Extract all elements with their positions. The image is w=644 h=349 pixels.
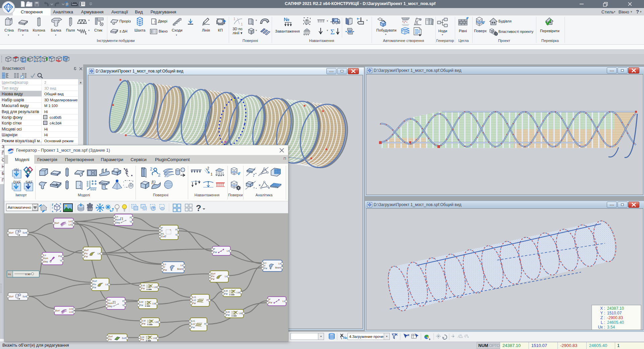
svg-text:Ln: Ln xyxy=(282,300,285,302)
svg-text:obj: obj xyxy=(14,167,19,171)
svg-text:Pin: Pin xyxy=(85,252,88,255)
svg-text:Par: Par xyxy=(142,287,145,290)
svg-text:1: 1 xyxy=(241,22,243,26)
svg-text:2: 2 xyxy=(207,166,209,170)
svg-text:Par: Par xyxy=(211,278,215,280)
svg-text:x: x xyxy=(170,228,171,231)
svg-text:P: P xyxy=(130,216,131,219)
svg-text:Ln: Ln xyxy=(264,262,267,264)
svg-text:Ln: Ln xyxy=(225,275,227,278)
svg-text:V: V xyxy=(60,259,62,262)
svg-text:Step: Step xyxy=(108,305,113,308)
svg-text:Ln1: Ln1 xyxy=(192,320,195,322)
svg-text:V: V xyxy=(164,266,165,268)
svg-text:Par: Par xyxy=(85,255,88,258)
svg-text:List: List xyxy=(236,291,240,294)
svg-text:Surf: Surf xyxy=(22,295,26,298)
svg-text:Surf: Surf xyxy=(22,232,26,234)
svg-text:Surf: Surf xyxy=(9,232,13,234)
svg-text:Π: Π xyxy=(113,300,116,305)
svg-text:P: P xyxy=(207,299,208,301)
svg-text:Ln2: Ln2 xyxy=(193,299,196,301)
svg-text:DXF: DXF xyxy=(13,180,21,184)
svg-text:Ln: Ln xyxy=(164,263,166,265)
svg-text:21: 21 xyxy=(11,148,14,151)
svg-text:List: List xyxy=(142,284,145,287)
svg-text:Ln: Ln xyxy=(98,252,100,255)
svg-text:Beam: Beam xyxy=(275,266,281,269)
svg-text:Ln1: Ln1 xyxy=(193,296,196,298)
svg-text:Num: Num xyxy=(44,257,48,259)
svg-text:SAF: SAF xyxy=(25,180,33,184)
svg-text:X :: X : xyxy=(600,306,605,311)
svg-text:Ln1: Ln1 xyxy=(69,308,73,310)
svg-text:P: P xyxy=(161,227,163,229)
svg-text:List: List xyxy=(152,302,156,305)
svg-text:List: List xyxy=(140,301,143,303)
svg-text:Par: Par xyxy=(193,302,196,304)
svg-text:Par: Par xyxy=(214,251,217,253)
svg-text:Y :: Y : xyxy=(600,311,605,315)
svg-text:?: ? xyxy=(196,203,201,213)
svg-text:Fit: Fit xyxy=(8,273,11,276)
svg-text:Ln2: Ln2 xyxy=(68,223,72,226)
svg-text:List: List xyxy=(154,286,157,288)
svg-text:P: P xyxy=(122,300,124,302)
svg-text:Pin: Pin xyxy=(58,255,62,257)
svg-text:Par: Par xyxy=(142,322,146,325)
svg-text:Par: Par xyxy=(164,269,167,271)
svg-text:V: V xyxy=(122,304,124,306)
svg-text:P: P xyxy=(175,229,177,231)
svg-text:Par: Par xyxy=(224,293,228,295)
svg-text:List: List xyxy=(226,311,230,313)
svg-text:Z :: Z : xyxy=(600,315,605,320)
svg-text:Surf: Surf xyxy=(93,280,97,282)
svg-text:Beam: Beam xyxy=(177,268,183,270)
svg-text:Ln: Ln xyxy=(278,262,281,265)
svg-text:Par: Par xyxy=(269,301,273,304)
svg-text:List: List xyxy=(142,319,146,322)
svg-text:Surf: Surf xyxy=(85,249,89,251)
svg-text:Surf: Surf xyxy=(55,222,59,224)
svg-text:-2900.83: -2900.83 xyxy=(607,315,623,320)
svg-text:P: P xyxy=(204,323,206,325)
svg-text:List: List xyxy=(141,336,144,338)
svg-text:24387.10: 24387.10 xyxy=(607,306,624,311)
svg-text:P: P xyxy=(269,298,270,301)
svg-text:1: 1 xyxy=(233,17,235,21)
svg-text:Surf: Surf xyxy=(211,272,215,275)
svg-text:Ln: Ln xyxy=(105,283,108,286)
svg-text:Num: Num xyxy=(116,218,120,221)
svg-text:Ln: Ln xyxy=(227,250,229,252)
svg-text:List: List xyxy=(224,290,228,292)
svg-text:Pin: Pin xyxy=(211,275,215,278)
svg-text:1510.07: 1510.07 xyxy=(607,311,622,315)
svg-text:x: x xyxy=(165,234,166,237)
svg-text:Ux :: Ux : xyxy=(598,325,605,330)
svg-text:1: 1 xyxy=(211,172,213,176)
svg-text:Σ: Σ xyxy=(330,28,335,36)
svg-text:Pin: Pin xyxy=(93,283,96,286)
svg-text:2: 2 xyxy=(150,166,152,171)
svg-text:0.90: 0.90 xyxy=(25,273,31,276)
svg-text:№: № xyxy=(284,17,289,22)
svg-text:P: P xyxy=(214,248,215,250)
svg-text:Pin: Pin xyxy=(109,338,112,341)
svg-text:Ln2: Ln2 xyxy=(192,323,195,325)
svg-text:24605.40: 24605.40 xyxy=(607,320,624,325)
svg-text:Surf: Surf xyxy=(9,295,13,298)
svg-text:Surf: Surf xyxy=(109,335,113,338)
svg-text:Par: Par xyxy=(226,314,230,316)
svg-text:Par: Par xyxy=(141,338,145,341)
svg-text:Step: Step xyxy=(44,260,48,263)
svg-text:Surf: Surf xyxy=(56,309,60,312)
svg-text:Ln1: Ln1 xyxy=(68,220,72,222)
svg-text:3.54: 3.54 xyxy=(607,325,615,330)
svg-text:InL: InL xyxy=(161,233,164,235)
svg-text:V: V xyxy=(264,264,266,267)
svg-text:f(): f() xyxy=(152,180,155,184)
svg-text:Ln: Ln xyxy=(108,299,111,301)
svg-text:Par: Par xyxy=(264,267,268,269)
svg-text:Par: Par xyxy=(93,286,97,289)
svg-text:L :: L : xyxy=(601,320,605,325)
